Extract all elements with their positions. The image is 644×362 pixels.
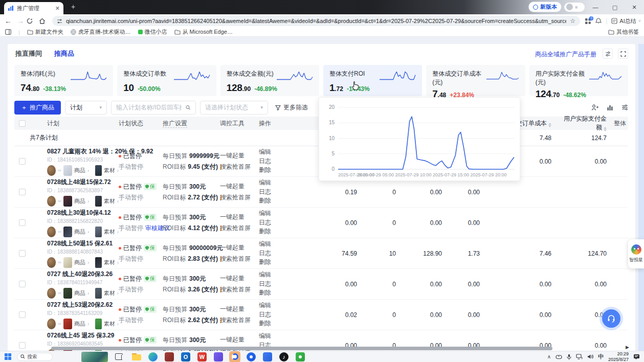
search-screen-link[interactable]: 搜索抢首屏 bbox=[220, 193, 259, 202]
zhitouxing-widget[interactable]: 智投星 bbox=[628, 239, 644, 268]
log-link[interactable]: 日志 bbox=[259, 218, 281, 227]
home-button[interactable] bbox=[39, 18, 51, 24]
horizontal-scrollbar[interactable] bbox=[51, 347, 552, 350]
other-bookmarks-button[interactable]: 其他书签 bbox=[608, 28, 639, 36]
new-version-button[interactable]: 新版本 bbox=[529, 2, 561, 12]
task-view-icon[interactable] bbox=[115, 353, 123, 360]
log-link[interactable]: 日志 bbox=[259, 280, 281, 288]
product-link[interactable]: 商品 bbox=[74, 259, 85, 266]
material-thumbnail[interactable] bbox=[95, 257, 101, 268]
stat-card-5[interactable]: 用户实际支付金额(元)124.70-48.62% bbox=[529, 65, 628, 96]
speaker-icon[interactable] bbox=[587, 354, 593, 359]
delete-link[interactable]: 删除 bbox=[259, 319, 281, 328]
plan-title[interactable]: 0827 儿童雨衣 14% 退：20% 保：9.92 bbox=[47, 147, 119, 156]
plan-status-select[interactable]: 请选择计划状态▾ bbox=[200, 101, 268, 115]
header-tools[interactable]: 调控工具 bbox=[220, 119, 259, 128]
outlook-icon[interactable]: O bbox=[180, 351, 191, 362]
material-link[interactable]: 素材 bbox=[104, 259, 115, 266]
header-plan[interactable]: 计划 bbox=[47, 119, 119, 128]
delete-link[interactable]: 删除 bbox=[259, 227, 281, 236]
forward-button[interactable]: → bbox=[14, 17, 27, 25]
product-thumbnail[interactable] bbox=[63, 288, 72, 299]
plan-title[interactable]: 0728线上50退15 保2.61 bbox=[47, 239, 119, 248]
ime-indicator[interactable]: 中 bbox=[598, 353, 604, 360]
stat-card-4[interactable]: 整体成交订单成本(元)7.48+23.84% bbox=[426, 65, 525, 96]
reload-button[interactable] bbox=[27, 18, 39, 24]
wechat-app-icon[interactable] bbox=[295, 351, 306, 362]
plan-title[interactable]: 0727 线上40退20保3.26 bbox=[47, 270, 119, 279]
browser-tab[interactable]: 推广管理 ✕ bbox=[4, 2, 63, 14]
material-thumbnail[interactable] bbox=[95, 227, 101, 237]
notifications-bell-icon[interactable] bbox=[595, 18, 602, 25]
stat-card-2[interactable]: 整体成交金额(元)128.90-46.89% bbox=[220, 65, 319, 96]
edit-link[interactable]: 编辑 bbox=[259, 178, 281, 187]
purple-app-icon[interactable] bbox=[213, 351, 224, 362]
edit-link[interactable]: 编辑 bbox=[259, 270, 281, 279]
product-thumbnail[interactable] bbox=[63, 165, 72, 176]
search-screen-link[interactable]: 搜索抢首屏 bbox=[220, 285, 259, 294]
edit-link[interactable]: 编辑 bbox=[259, 301, 281, 310]
column-settings-icon[interactable] bbox=[621, 104, 628, 111]
delete-link[interactable]: 删除 bbox=[259, 196, 281, 205]
scroll-right-arrow[interactable]: ▶ bbox=[626, 345, 629, 350]
material-link[interactable]: 素材 bbox=[104, 197, 115, 205]
tab-product[interactable]: 推商品 bbox=[54, 49, 74, 58]
product-link[interactable]: 商品 bbox=[74, 228, 85, 236]
row-checkbox[interactable] bbox=[19, 189, 26, 195]
header-actions[interactable]: 操作 bbox=[259, 119, 281, 128]
tab-live-room[interactable]: 推直播间 bbox=[15, 49, 42, 58]
header-metric-6[interactable]: 整体 bbox=[614, 119, 628, 128]
delete-link[interactable]: 删除 bbox=[259, 288, 281, 297]
product-link[interactable]: 商品 bbox=[74, 167, 85, 174]
material-thumbnail[interactable] bbox=[95, 288, 101, 299]
browser-profile-button[interactable]: ≡ bbox=[564, 3, 585, 12]
product-thumbnail[interactable] bbox=[63, 257, 72, 268]
promote-product-button[interactable]: ＋ 推广商品 bbox=[14, 101, 61, 115]
select-all-checkbox[interactable] bbox=[19, 120, 26, 127]
plan-title[interactable]: 0726线上45 退25 保3.29 bbox=[47, 331, 119, 340]
qianchuan-browser-icon[interactable] bbox=[229, 351, 240, 362]
bookmark-item[interactable]: 新建文件夹 bbox=[27, 28, 63, 36]
sort-icon[interactable] bbox=[548, 123, 551, 127]
tab-close-icon[interactable]: ✕ bbox=[55, 5, 60, 12]
edge-icon[interactable] bbox=[147, 351, 159, 362]
log-link[interactable]: 日志 bbox=[259, 188, 281, 196]
blue-tile-app-icon[interactable] bbox=[262, 351, 273, 362]
one-click-boost-link[interactable]: 一键起量 bbox=[220, 182, 259, 191]
url-bar[interactable]: qianchuan.jinritemai.com/uni-prom?aavid=… bbox=[52, 16, 580, 26]
back-button[interactable]: ← bbox=[2, 17, 14, 25]
row-checkbox[interactable] bbox=[19, 250, 26, 257]
search-icon[interactable] bbox=[186, 105, 191, 110]
plan-title[interactable]: 0727 线上53退20保2.62 bbox=[47, 301, 119, 309]
column-chart-icon[interactable] bbox=[607, 104, 613, 111]
product-manual-link[interactable]: 商品全域推广产品手册 bbox=[535, 50, 596, 59]
plan-type-select[interactable]: 计划▾ bbox=[65, 101, 107, 115]
more-filters-button[interactable]: 更多筛选 bbox=[275, 103, 308, 112]
search-input[interactable]: 输入计划名称/ID后回车搜索 bbox=[111, 101, 196, 115]
search-screen-link[interactable]: 搜索抢首屏 bbox=[220, 224, 259, 233]
edit-link[interactable]: 编辑 bbox=[259, 148, 281, 156]
edit-link[interactable]: 编辑 bbox=[259, 332, 281, 341]
site-info-icon[interactable] bbox=[57, 18, 62, 24]
bluetooth-device-icon[interactable] bbox=[556, 354, 562, 359]
ai-summary-button[interactable]: AI总结 ˅ bbox=[611, 17, 641, 25]
row-checkbox[interactable] bbox=[19, 281, 26, 287]
one-click-boost-link[interactable]: 一键起量 bbox=[220, 274, 259, 283]
material-thumbnail[interactable] bbox=[95, 319, 101, 329]
material-thumbnail[interactable] bbox=[95, 165, 101, 176]
red-app-icon[interactable] bbox=[164, 351, 175, 362]
material-link[interactable]: 素材 bbox=[104, 228, 115, 236]
one-click-boost-link[interactable]: 一键起量 bbox=[220, 335, 259, 344]
wps-icon[interactable]: W bbox=[196, 351, 208, 362]
bookmark-star-icon[interactable]: ☆ bbox=[570, 17, 575, 25]
member-switch-icon[interactable] bbox=[591, 104, 598, 111]
one-click-boost-link[interactable]: 一键起量 bbox=[220, 151, 259, 160]
notification-center-icon[interactable] bbox=[633, 354, 640, 360]
plan-title[interactable]: 0728线上48退15保2.72 bbox=[47, 178, 119, 187]
new-tab-button[interactable]: + bbox=[69, 3, 78, 11]
product-thumbnail[interactable] bbox=[63, 196, 72, 207]
search-screen-link[interactable]: 搜索抢首屏 bbox=[220, 163, 259, 171]
product-link[interactable]: 商品 bbox=[74, 197, 85, 205]
display-settings-icon[interactable] bbox=[603, 49, 613, 59]
stat-card-0[interactable]: 整体消耗(元)74.80-38.13% bbox=[14, 65, 113, 96]
